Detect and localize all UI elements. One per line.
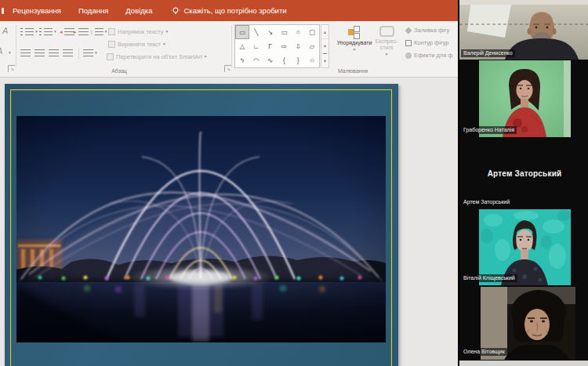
arrange-icon	[348, 26, 361, 38]
text-direction-icon	[108, 28, 115, 35]
shape-right-arrow-icon[interactable]: ⇨	[278, 39, 292, 53]
shape-rounded-rectangle-icon[interactable]: ▢	[305, 25, 319, 39]
justify-button[interactable]	[63, 49, 73, 56]
quick-styles-button[interactable]: Експрес-стилі ▾	[371, 26, 402, 57]
shape-fill-icon	[405, 27, 412, 34]
align-center-icon	[34, 49, 45, 56]
tab-review[interactable]: Рецензування	[4, 0, 70, 21]
dropdown-caret-icon: ▾	[95, 51, 97, 56]
font-dialog-launcher[interactable]: ↘	[8, 65, 15, 72]
shape-fill-button[interactable]: Заливка фігу	[405, 27, 449, 34]
camera-off-name: Артем Заторський	[459, 139, 588, 208]
participant-name-label: Віталій Кліщевський	[461, 274, 517, 282]
powerpoint-window: Рецензування Подання Довідка Скажіть, що…	[0, 0, 458, 366]
shape-right-brace-icon[interactable]: }	[291, 53, 305, 67]
align-right-icon	[49, 49, 59, 56]
shape-line-icon[interactable]: ╲	[249, 25, 263, 39]
dropdown-caret-icon: ▾	[105, 30, 107, 34]
ribbon: A A ▾ ↘ ▾ ▾ ◂ ▸	[0, 21, 458, 78]
screen: Рецензування Подання Довідка Скажіть, що…	[0, 0, 588, 366]
participant-name-label: Валерій Денисенко	[461, 49, 515, 57]
bullets-button[interactable]: ▾	[20, 28, 38, 35]
video-tile-artem[interactable]: Артем Заторський Артем Заторський	[459, 139, 588, 208]
dropdown-caret-icon: ▾	[165, 30, 168, 34]
video-tile-vitalii[interactable]: Віталій Кліщевський	[459, 209, 588, 285]
tell-me-box[interactable]: Скажіть, що потрібно зробити	[171, 6, 287, 16]
shape-left-brace-icon[interactable]: {	[278, 53, 292, 67]
shape-oval-icon[interactable]: ○	[291, 25, 305, 39]
dropdown-caret-icon: ▾	[163, 42, 165, 47]
shape-outline-button[interactable]: Контур фігур	[405, 39, 449, 46]
shapes-gallery: ▭ ╲ ↘ ▭ ○ ▢ △ ∟ Г ⇨ ⇩ ▱ ϟ ◠ ∿ { } ☆	[234, 24, 320, 68]
participant-name-label: Граборенко Наталія	[461, 126, 517, 134]
tab-help[interactable]: Довідка	[117, 0, 161, 21]
fountain-image	[16, 116, 386, 342]
align-text-icon	[108, 41, 115, 48]
dropdown-caret-icon: ▾	[354, 48, 356, 53]
dropdown-caret-icon: ▾	[9, 51, 11, 56]
smartart-icon	[107, 53, 114, 60]
columns-button[interactable]: ▾	[83, 49, 97, 56]
shape-arrow-line-icon[interactable]: ↘	[263, 25, 278, 39]
quick-styles-icon	[379, 26, 394, 37]
clear-formatting-icon[interactable]: A	[2, 26, 8, 35]
meeting-window-edge	[459, 361, 588, 366]
participant-name-label: Артем Заторський	[461, 198, 512, 206]
paragraph-dialog-launcher[interactable]: ↘	[224, 65, 231, 72]
gallery-more-button[interactable]: ▼	[323, 53, 327, 67]
dropdown-caret-icon: ▾	[386, 53, 388, 57]
decrease-indent-icon: ◂	[60, 29, 63, 34]
align-left-button[interactable]	[20, 49, 31, 56]
numbering-button[interactable]: ▾	[39, 28, 56, 35]
video-call-panel: Валерій Денисенко	[458, 0, 588, 366]
shape-arc-icon[interactable]: ◠	[249, 53, 263, 67]
lightbulb-icon	[171, 6, 180, 16]
shape-star-icon[interactable]: ☆	[305, 53, 319, 67]
dropdown-caret-icon: ▾	[205, 55, 207, 60]
numbering-icon	[39, 28, 42, 35]
tab-view[interactable]: Подання	[70, 0, 117, 21]
line-spacing-icon: ↕	[90, 29, 93, 34]
drawing-group-label: Малювання	[314, 68, 392, 74]
shape-corner-icon[interactable]: ▱	[305, 39, 319, 53]
dropdown-caret-icon: ▾	[35, 30, 38, 34]
slide-workspace[interactable]	[0, 78, 458, 366]
shape-down-arrow-icon[interactable]: ⇩	[291, 39, 305, 53]
shape-elbow-arrow-icon[interactable]: Г	[263, 39, 278, 53]
gallery-scroll-up[interactable]: ▲	[321, 25, 328, 39]
video-tile-olena[interactable]: Олена Вітовщик	[459, 287, 588, 360]
decrease-indent-button[interactable]: ◂	[60, 28, 74, 35]
shape-elbow-connector-icon[interactable]: ∟	[249, 39, 263, 53]
video-tile-natalia[interactable]: Граборенко Наталія	[459, 60, 588, 137]
font-color-icon[interactable]: A	[0, 46, 2, 56]
text-direction-button[interactable]: Напрямок тексту ▾	[108, 28, 168, 35]
fountain-photo[interactable]	[16, 116, 386, 342]
shape-effects-button[interactable]: Ефекти для ф	[405, 52, 453, 59]
shape-rectangle-icon[interactable]: ▭	[278, 25, 292, 39]
increase-indent-icon: ▸	[74, 29, 77, 34]
align-left-icon	[20, 49, 31, 56]
align-text-button[interactable]: Вирівняти текст ▾	[108, 41, 165, 48]
columns-icon	[83, 49, 93, 56]
arrange-button[interactable]: Упорядкувати ▾	[332, 26, 376, 53]
align-center-button[interactable]	[34, 49, 45, 56]
shape-select-icon[interactable]: ▭	[235, 25, 249, 39]
bullets-icon	[20, 28, 23, 35]
dropdown-caret-icon: ▾	[54, 30, 56, 34]
slide-canvas[interactable]	[5, 84, 398, 366]
increase-indent-button[interactable]: ▸	[74, 28, 89, 35]
video-tile-valerii[interactable]: Валерій Денисенко	[459, 0, 588, 60]
shape-freeform-icon[interactable]: ϟ	[235, 53, 249, 67]
align-right-button[interactable]	[49, 49, 59, 56]
tell-me-label: Скажіть, що потрібно зробити	[184, 6, 287, 15]
shape-curve-icon[interactable]: ∿	[263, 53, 278, 67]
justify-icon	[63, 49, 73, 56]
participant-name-label: Олена Вітовщик	[461, 348, 507, 356]
convert-to-smartart-button[interactable]: Перетворити на об'єкт SmartArt ▾	[107, 53, 207, 60]
gallery-scroll-down[interactable]: ▼	[321, 39, 328, 53]
ribbon-tab-bar: Рецензування Подання Довідка Скажіть, що…	[0, 0, 458, 21]
paragraph-group-label: Абзац	[94, 68, 144, 74]
line-spacing-button[interactable]: ↕ ▾	[90, 28, 107, 35]
shape-effects-icon	[405, 53, 412, 59]
shape-triangle-icon[interactable]: △	[235, 39, 249, 53]
